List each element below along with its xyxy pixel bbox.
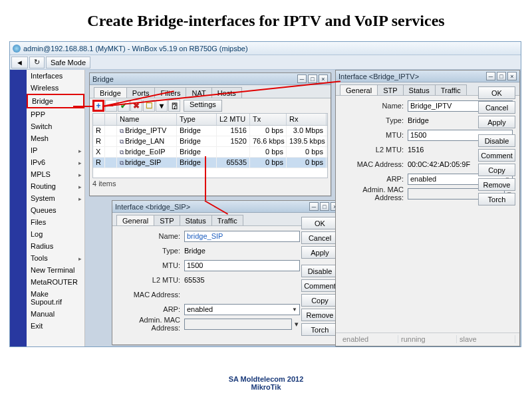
mtu-input[interactable] bbox=[184, 260, 300, 271]
cancel-button[interactable]: Cancel bbox=[301, 231, 338, 244]
window-title: admin@192.168.88.1 (MyMKT) - WinBox v5.1… bbox=[23, 45, 248, 53]
tab-bridge[interactable]: Bridge bbox=[94, 87, 127, 98]
menu-item-make-supout.rif[interactable]: Make Supout.rif bbox=[27, 288, 84, 308]
menu-item-bridge[interactable]: Bridge bbox=[27, 94, 84, 108]
copy-button[interactable]: Copy bbox=[478, 164, 515, 176]
chevron-down-icon: ▼ bbox=[292, 307, 297, 313]
remove-button[interactable]: Remove bbox=[301, 309, 338, 321]
tab-status[interactable]: Status bbox=[180, 215, 212, 225]
remove-button[interactable]: − bbox=[105, 100, 117, 112]
maximize-icon[interactable]: □ bbox=[320, 202, 329, 211]
tab-filters[interactable]: Filters bbox=[154, 87, 186, 98]
tab-hosts[interactable]: Hosts bbox=[211, 87, 242, 98]
menu-item-ip[interactable]: IP▸ bbox=[27, 144, 84, 156]
safe-mode-button[interactable]: Safe Mode bbox=[46, 57, 90, 68]
tab-stp[interactable]: STP bbox=[377, 84, 403, 95]
menu-item-manual[interactable]: Manual bbox=[27, 308, 84, 320]
column-header[interactable]: Type bbox=[177, 114, 217, 125]
maximize-icon[interactable]: □ bbox=[497, 72, 506, 80]
menu-item-radius[interactable]: Radius bbox=[27, 240, 84, 252]
column-header[interactable]: L2 MTU bbox=[217, 114, 250, 125]
minimize-icon[interactable]: ─ bbox=[297, 74, 307, 83]
bridge-grid-header: NameTypeL2 MTUTxRx bbox=[93, 114, 327, 126]
slide-footer: SA Moldtelecom 2012 MikroTik bbox=[0, 375, 532, 391]
name-input[interactable] bbox=[184, 231, 300, 242]
tab-ports[interactable]: Ports bbox=[126, 87, 156, 98]
copy-button[interactable]: Copy bbox=[301, 294, 338, 307]
column-header[interactable]: Rx bbox=[287, 114, 327, 125]
tab-stp[interactable]: STP bbox=[154, 215, 180, 225]
column-header[interactable]: Name bbox=[117, 114, 177, 125]
bridge-tabs: BridgePortsFiltersNATHosts bbox=[90, 85, 331, 98]
slide-title: Create Bridge-interfaces for IPTV and Vo… bbox=[0, 0, 532, 35]
admin-mac-input[interactable] bbox=[184, 319, 292, 330]
close-icon[interactable]: × bbox=[507, 72, 517, 80]
back-button[interactable]: ◄ bbox=[11, 57, 28, 68]
menu-item-interfaces[interactable]: Interfaces bbox=[27, 70, 84, 82]
comment-button[interactable]: ☐ bbox=[143, 100, 155, 112]
tab-general[interactable]: General bbox=[116, 215, 154, 225]
menu-item-files[interactable]: Files bbox=[27, 216, 84, 228]
tab-nat[interactable]: NAT bbox=[186, 87, 211, 98]
apply-button[interactable]: Apply bbox=[478, 116, 515, 128]
menu-item-ipv6[interactable]: IPv6▸ bbox=[27, 156, 84, 168]
remove-button[interactable]: Remove bbox=[478, 178, 515, 191]
status-segment: slave bbox=[457, 335, 515, 343]
enable-button[interactable]: ✔ bbox=[118, 100, 130, 112]
menu-item-system[interactable]: System▸ bbox=[27, 192, 84, 204]
ok-button[interactable]: OK bbox=[301, 217, 338, 229]
add-button[interactable]: + bbox=[92, 100, 104, 112]
disable-button[interactable]: Disable bbox=[301, 265, 338, 277]
menu-item-routing[interactable]: Routing▸ bbox=[27, 180, 84, 192]
comment-button[interactable]: Comment bbox=[301, 279, 338, 292]
menu-item-tools[interactable]: Tools▸ bbox=[27, 252, 84, 264]
table-row[interactable]: X⧉bridge_EoIPBridge0 bps0 bps bbox=[93, 147, 327, 158]
menu-item-switch[interactable]: Switch bbox=[27, 120, 84, 132]
bridge-grid-body[interactable]: R⧉Bridge_IPTVBridge15160 bps3.0 MbpsR⧉Br… bbox=[93, 126, 327, 168]
maximize-icon[interactable]: □ bbox=[308, 74, 317, 83]
menu-item-log[interactable]: Log bbox=[27, 228, 84, 240]
arp-select[interactable]: enabled▼ bbox=[184, 304, 300, 315]
cancel-button[interactable]: Cancel bbox=[478, 101, 515, 114]
tab-traffic[interactable]: Traffic bbox=[211, 215, 243, 225]
column-header[interactable]: Tx bbox=[250, 114, 287, 125]
bridge-window-title: Bridge ─ □ × bbox=[90, 73, 331, 85]
comment-button[interactable]: Comment bbox=[478, 149, 515, 162]
find-button[interactable]: ⍰ bbox=[168, 100, 180, 112]
sip-button-column: OKCancelApplyDisableCommentCopyRemoveTor… bbox=[301, 217, 338, 336]
winbox-app: admin@192.168.88.1 (MyMKT) - WinBox v5.1… bbox=[9, 41, 521, 347]
menu-item-exit[interactable]: Exit bbox=[27, 320, 84, 332]
iptv-interface-window: Interface <Bridge_IPTV> ─ □ × GeneralSTP… bbox=[335, 70, 520, 346]
minimize-icon[interactable]: ─ bbox=[309, 202, 319, 211]
disable-button[interactable]: ✖ bbox=[130, 100, 142, 112]
table-row[interactable]: R⧉Bridge_IPTVBridge15160 bps3.0 Mbps bbox=[93, 126, 327, 136]
settings-button[interactable]: Settings bbox=[184, 100, 222, 112]
torch-button[interactable]: Torch bbox=[301, 323, 338, 336]
tab-general[interactable]: General bbox=[340, 84, 378, 95]
column-header[interactable] bbox=[105, 114, 117, 125]
menu-item-mpls[interactable]: MPLS▸ bbox=[27, 168, 84, 180]
minimize-icon[interactable]: ─ bbox=[486, 72, 495, 80]
tab-status[interactable]: Status bbox=[403, 84, 436, 95]
column-header[interactable] bbox=[93, 114, 105, 125]
redo-button[interactable]: ↻ bbox=[29, 57, 45, 68]
menu-item-metarouter[interactable]: MetaROUTER bbox=[27, 276, 84, 288]
sip-window-title-text: Interface <bridge_SIP> bbox=[115, 203, 190, 211]
menu-item-wireless[interactable]: Wireless bbox=[27, 82, 84, 94]
expand-icon[interactable]: ▾ bbox=[293, 320, 300, 329]
name-label: Name: bbox=[118, 232, 184, 240]
sort-button[interactable]: ▾ bbox=[156, 100, 168, 112]
menu-item-mesh[interactable]: Mesh bbox=[27, 132, 84, 144]
tab-traffic[interactable]: Traffic bbox=[435, 84, 467, 95]
menu-item-queues[interactable]: Queues bbox=[27, 204, 84, 216]
bridge-grid[interactable]: NameTypeL2 MTUTxRx R⧉Bridge_IPTVBridge15… bbox=[92, 113, 328, 178]
torch-button[interactable]: Torch bbox=[478, 193, 515, 205]
apply-button[interactable]: Apply bbox=[301, 246, 338, 259]
disable-button[interactable]: Disable bbox=[478, 134, 515, 147]
close-icon[interactable]: × bbox=[319, 74, 328, 83]
table-row[interactable]: R⧉Bridge_LANBridge152076.6 kbps139.5 kbp… bbox=[93, 136, 327, 147]
menu-item-ppp[interactable]: PPP bbox=[27, 108, 84, 120]
menu-item-new-terminal[interactable]: New Terminal bbox=[27, 264, 84, 276]
table-row[interactable]: R⧉bridge_SIPBridge655350 bps0 bps bbox=[93, 158, 327, 168]
ok-button[interactable]: OK bbox=[478, 86, 515, 99]
